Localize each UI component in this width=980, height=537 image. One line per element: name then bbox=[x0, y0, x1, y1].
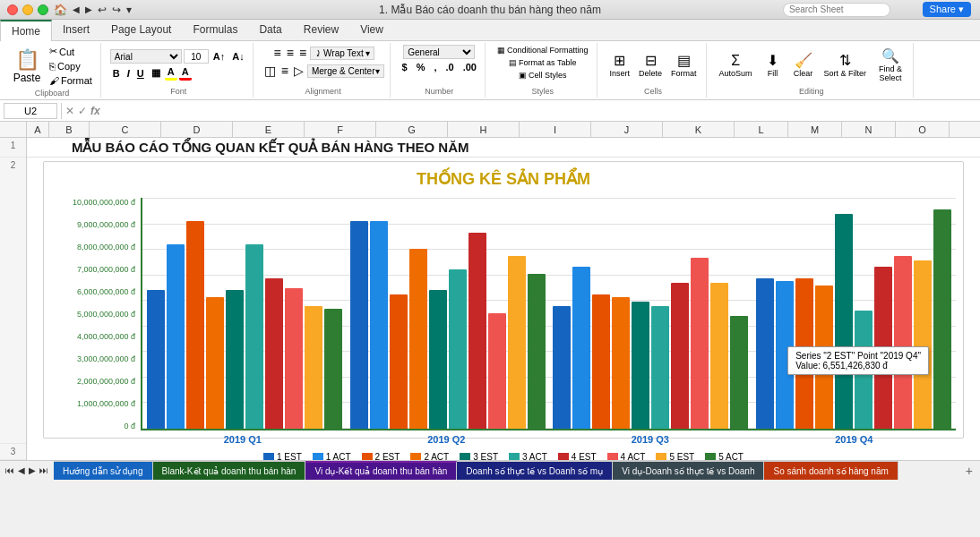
cut-button[interactable]: ✂ Cut bbox=[47, 45, 95, 58]
redo-icon[interactable]: ↪ bbox=[112, 4, 121, 16]
sheet-last-button[interactable]: ⏭ bbox=[38, 465, 50, 475]
tab-data[interactable]: Data bbox=[248, 20, 292, 40]
sheet-next-button[interactable]: ▶ bbox=[27, 465, 38, 475]
tab-formulas[interactable]: Formulas bbox=[182, 20, 248, 40]
sheet-tab-1[interactable]: Hướng dẫn sử dụng bbox=[54, 461, 153, 481]
percent-button[interactable]: % bbox=[414, 61, 428, 73]
formula-input[interactable] bbox=[104, 106, 976, 116]
tab-home[interactable]: Home bbox=[0, 20, 52, 41]
bar-q4-5est bbox=[914, 260, 932, 429]
col-header-H[interactable]: H bbox=[448, 122, 520, 137]
confirm-formula-icon[interactable]: ✓ bbox=[78, 105, 87, 117]
align-top-right-button[interactable]: ≡ bbox=[297, 45, 308, 61]
italic-button[interactable]: I bbox=[125, 67, 133, 80]
tab-review[interactable]: Review bbox=[293, 20, 349, 40]
increase-font-button[interactable]: A↑ bbox=[211, 50, 228, 63]
maximize-button[interactable] bbox=[38, 4, 48, 15]
align-left-button[interactable]: ◫ bbox=[262, 63, 278, 79]
fill-color-button[interactable]: A bbox=[165, 65, 177, 81]
format-cells-button[interactable]: ▤ Format bbox=[667, 50, 701, 80]
decrease-decimal-button[interactable]: .00 bbox=[460, 61, 479, 73]
col-header-B[interactable]: B bbox=[49, 122, 90, 137]
back-icon[interactable]: ◀ bbox=[73, 4, 80, 14]
search-area[interactable] bbox=[783, 3, 890, 17]
border-button[interactable]: ▦ bbox=[149, 66, 163, 80]
col-header-E[interactable]: E bbox=[233, 122, 305, 137]
insert-function-icon[interactable]: fx bbox=[90, 105, 100, 117]
home-icon[interactable]: 🏠 bbox=[54, 4, 67, 16]
sheet-nav-arrows[interactable]: ⏮ ◀ ▶ ⏭ bbox=[0, 465, 54, 475]
clipboard-buttons: 📋 Paste ✂ Cut ⎘ Copy 🖌 Format bbox=[9, 45, 95, 87]
clear-button[interactable]: 🧹 Clear bbox=[790, 50, 817, 80]
more-icon[interactable]: ▾ bbox=[126, 4, 132, 16]
sheet-tab-5[interactable]: Vi dụ-Doanh số thực tế vs Doanh bbox=[613, 461, 764, 481]
align-right-button[interactable]: ▷ bbox=[292, 63, 305, 79]
insert-button[interactable]: ⊞ Insert bbox=[606, 50, 634, 80]
search-input[interactable] bbox=[783, 3, 890, 17]
currency-button[interactable]: $ bbox=[400, 61, 410, 73]
bar-q3-4act bbox=[691, 258, 709, 429]
col-header-I[interactable]: I bbox=[520, 122, 591, 137]
col-header-J[interactable]: J bbox=[591, 122, 663, 137]
decrease-font-button[interactable]: A↓ bbox=[229, 50, 246, 63]
sheet-first-button[interactable]: ⏮ bbox=[4, 465, 16, 475]
sheet-tab-3-active[interactable]: Vi dụ-Kết quả doanh thu bán hàn bbox=[305, 461, 457, 481]
window-controls[interactable] bbox=[7, 4, 48, 15]
bar-q1-1est bbox=[147, 290, 165, 429]
col-header-F[interactable]: F bbox=[305, 122, 376, 137]
legend-color-5est bbox=[656, 453, 666, 461]
minimize-button[interactable] bbox=[22, 4, 33, 15]
comma-button[interactable]: , bbox=[431, 61, 439, 73]
font-size-input[interactable] bbox=[184, 49, 209, 64]
col-header-N[interactable]: N bbox=[842, 122, 896, 137]
paste-button[interactable]: 📋 Paste bbox=[9, 47, 45, 86]
add-sheet-button[interactable]: + bbox=[959, 464, 980, 478]
cancel-formula-icon[interactable]: ✕ bbox=[65, 105, 74, 117]
delete-button[interactable]: ⊟ Delete bbox=[635, 50, 666, 80]
col-header-C[interactable]: C bbox=[90, 122, 161, 137]
row-num-3: 3 bbox=[0, 444, 26, 460]
copy-button[interactable]: ⎘ Copy bbox=[47, 60, 95, 72]
col-header-A[interactable]: A bbox=[27, 122, 49, 137]
col-header-M[interactable]: M bbox=[788, 122, 842, 137]
increase-decimal-button[interactable]: .0 bbox=[443, 61, 456, 73]
sheet-prev-button[interactable]: ◀ bbox=[16, 465, 27, 475]
bar-q2-1act bbox=[370, 221, 388, 429]
col-header-K[interactable]: K bbox=[663, 122, 735, 137]
cell-styles-button[interactable]: ▣ Cell Styles bbox=[516, 70, 570, 81]
col-header-D[interactable]: D bbox=[161, 122, 233, 137]
close-button[interactable] bbox=[7, 4, 18, 15]
sort-filter-button[interactable]: ⇅ Sort & Filter bbox=[821, 50, 871, 80]
autosum-button[interactable]: Σ AutoSum bbox=[716, 51, 756, 80]
format-table-button[interactable]: ▤ Format as Table bbox=[506, 57, 579, 68]
font-color-button[interactable]: A bbox=[179, 65, 192, 81]
merge-center-button[interactable]: Merge & Center▾ bbox=[307, 64, 384, 78]
find-select-button[interactable]: 🔍 Find & Select bbox=[873, 46, 907, 84]
number-format-select[interactable]: General bbox=[403, 45, 475, 59]
col-header-L[interactable]: L bbox=[735, 122, 788, 137]
font-family-select[interactable]: Arial bbox=[110, 49, 182, 64]
wrap-text-button[interactable]: ⤸ Wrap Text▾ bbox=[310, 47, 374, 60]
tab-page-layout[interactable]: Page Layout bbox=[100, 20, 182, 40]
underline-button[interactable]: U bbox=[134, 67, 147, 80]
forward-icon[interactable]: ▶ bbox=[85, 4, 92, 14]
sheet-tab-4[interactable]: Doanh số thực tế vs Doanh số mụ bbox=[457, 461, 613, 481]
format-button[interactable]: 🖌 Format bbox=[47, 74, 95, 87]
tab-view[interactable]: View bbox=[349, 20, 394, 40]
share-button[interactable]: Share ▾ bbox=[923, 2, 971, 17]
fill-button[interactable]: ⬇ Fill bbox=[760, 50, 787, 80]
align-center-button[interactable]: ≡ bbox=[279, 63, 290, 79]
col-header-G[interactable]: G bbox=[376, 122, 448, 137]
col-header-O[interactable]: O bbox=[896, 122, 950, 137]
bold-button[interactable]: B bbox=[110, 67, 123, 80]
sheet-tab-6[interactable]: So sánh doanh số hàng năm bbox=[764, 461, 898, 481]
sheet-tab-2[interactable]: Blank-Kết quả doanh thu bán hàn bbox=[153, 461, 306, 481]
cell-reference-input[interactable] bbox=[4, 103, 57, 119]
alignment-group: ≡ ≡ ≡ ⤸ Wrap Text▾ ◫ ≡ ▷ Merge & Center▾… bbox=[257, 43, 391, 98]
tab-insert[interactable]: Insert bbox=[52, 20, 100, 40]
undo-icon[interactable]: ↩ bbox=[98, 4, 107, 16]
align-top-left-button[interactable]: ≡ bbox=[272, 45, 283, 61]
align-top-center-button[interactable]: ≡ bbox=[285, 45, 296, 61]
conditional-formatting-button[interactable]: ▦ Conditional Formatting bbox=[494, 45, 591, 55]
delete-icon: ⊟ bbox=[645, 52, 657, 69]
